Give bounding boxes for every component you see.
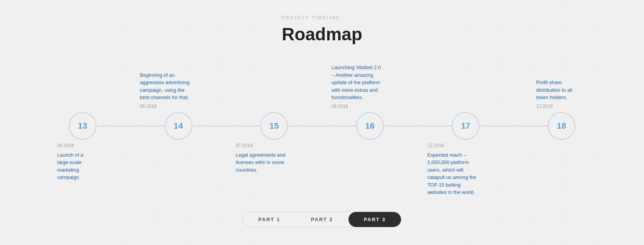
node-16-top-description: Launching Vitalbet 2.0 – Another amazing… — [332, 64, 384, 101]
node-16-top-date: 08.2018 — [332, 104, 384, 109]
node-15-label: 15 — [269, 121, 279, 131]
node-17-bottom-description: Expected reach – 1,000,000 platform user… — [427, 151, 479, 196]
node-18-label: 18 — [557, 121, 566, 131]
node-13-label: 13 — [78, 121, 87, 131]
node-14-top-description: Beginning of an aggressive advertising c… — [140, 71, 192, 101]
node-13-bottom-date: 06.2018 — [57, 143, 96, 148]
tab-navigation: PART 1 PART 2 PART 3 — [243, 212, 401, 227]
node-13-top-spacer — [69, 70, 96, 112]
node-18-circle: 18 — [548, 112, 575, 140]
node-18-top-wrapper: Profit share distribution to all token h… — [548, 70, 575, 112]
connector-3 — [288, 126, 356, 126]
connector-4 — [384, 126, 452, 126]
node-17-label: 17 — [461, 121, 470, 131]
node-17-bottom-date: 12.2018 — [427, 143, 479, 148]
node-17-bottom-wrapper: 12.2018 Expected reach – 1,000,000 platf… — [452, 140, 479, 196]
node-14-bottom-spacer — [165, 140, 192, 182]
page-title: Roadmap — [282, 24, 362, 45]
node-15-bottom-wrapper: 07.2018 Legal agreements and licenses wi… — [260, 140, 288, 182]
page-container: PROJECT TIMELINE Roadmap Beginning of an… — [0, 0, 644, 245]
timeline-bottom-row: 06.2018 Launch of a large-scale marketin… — [69, 140, 575, 196]
node-16-bottom-spacer — [356, 140, 384, 182]
node-15-bottom-date: 07.2018 — [236, 143, 288, 148]
tab-part2[interactable]: PART 2 — [296, 212, 348, 227]
node-13-bottom-description: Launch of a large-scale marketing campai… — [57, 151, 96, 181]
connector-2 — [192, 126, 261, 126]
node-15-circle: 15 — [260, 112, 288, 140]
node-14-top-date: 06.2018 — [140, 104, 192, 109]
node-17-top-spacer — [452, 70, 479, 112]
timeline-top-row: Beginning of an aggressive advertising c… — [69, 64, 575, 112]
node-18-top-date: 12.2018 — [536, 104, 575, 109]
connector-5 — [479, 126, 548, 126]
timeline-wrapper: Beginning of an aggressive advertising c… — [46, 64, 598, 196]
node-14-top-wrapper: Beginning of an aggressive advertising c… — [165, 70, 192, 112]
section-label: PROJECT TIMELINE — [282, 15, 362, 20]
node-16-circle: 16 — [356, 112, 384, 140]
node-16-label: 16 — [365, 121, 375, 131]
connector-1 — [96, 126, 165, 126]
tab-part1[interactable]: PART 1 — [243, 212, 296, 227]
node-17-circle: 17 — [452, 112, 479, 140]
timeline-circles-row: 13 14 15 16 17 18 — [69, 112, 575, 140]
node-15-bottom-description: Legal agreements and licenses with/ in s… — [236, 151, 288, 174]
node-13-bottom-wrapper: 06.2018 Launch of a large-scale marketin… — [69, 140, 96, 182]
node-14-circle: 14 — [165, 112, 192, 140]
node-14-label: 14 — [173, 121, 183, 131]
node-13-circle: 13 — [69, 112, 96, 140]
node-18-bottom-spacer — [548, 140, 575, 182]
node-16-top-wrapper: Launching Vitalbet 2.0 – Another amazing… — [356, 64, 384, 112]
header-section: PROJECT TIMELINE Roadmap — [282, 15, 362, 64]
node-15-top-spacer — [260, 70, 288, 112]
tab-part3[interactable]: PART 3 — [348, 212, 401, 227]
node-18-top-description: Profit share distribution to all token h… — [536, 79, 575, 101]
